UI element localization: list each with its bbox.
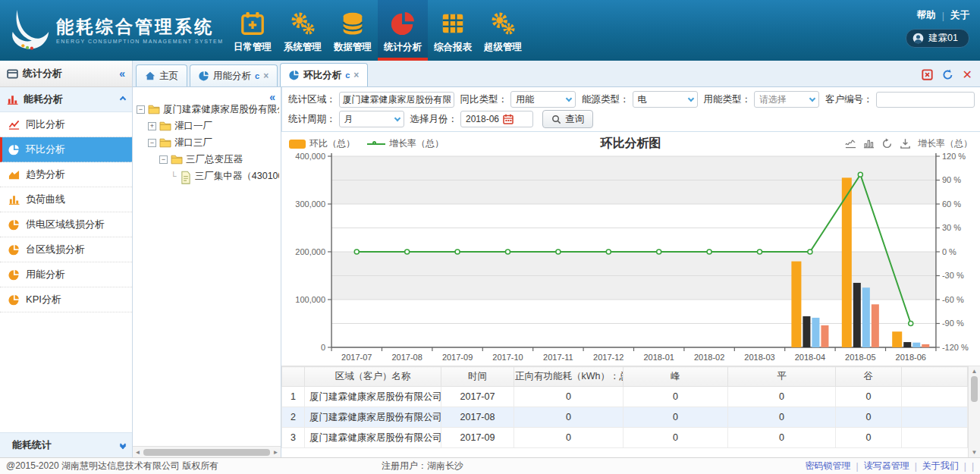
sidebar-item-同比分析[interactable]: 同比分析 (0, 112, 132, 137)
tab-bar: 主页用能分析c×环比分析c× ✕ (133, 61, 980, 87)
tree-expander-collapse[interactable]: − (137, 105, 145, 114)
table-row[interactable]: 3厦门建霖健康家居股份有限公司2017-090000 (282, 428, 968, 448)
toolbox-line-chart-icon[interactable] (845, 138, 856, 149)
top-menu-item-超级管理[interactable]: 超级管理 (478, 0, 528, 61)
top-menu-item-数据管理[interactable]: 数据管理 (328, 0, 378, 61)
sidebar-item-趋势分析[interactable]: 趋势分析 (0, 162, 132, 187)
top-menu-item-日常管理[interactable]: 日常管理 (228, 0, 278, 61)
scroll-thumb[interactable] (971, 376, 978, 402)
usage-type-select[interactable]: 请选择 (754, 91, 819, 108)
sidebar-item-KPI分析[interactable]: KPI分析 (0, 287, 132, 312)
close-tab-boxed-icon[interactable] (922, 69, 933, 80)
sidebar-item-环比分析[interactable]: 环比分析 (0, 137, 132, 162)
folder-icon (159, 121, 171, 131)
tab-refresh-icon[interactable]: c (255, 71, 259, 80)
separator: | (972, 461, 974, 472)
customer-no-input[interactable] (876, 92, 975, 108)
month-picker[interactable]: 2018-06 (460, 111, 533, 127)
tab-用能分析[interactable]: 用能分析c× (190, 64, 278, 86)
table-cell: 0 (623, 387, 728, 407)
toolbox-download-icon[interactable] (900, 138, 911, 149)
tab-refresh-icon[interactable]: c (345, 71, 350, 80)
scroll-thumb[interactable] (143, 449, 270, 456)
svg-text:30 %: 30 % (942, 224, 961, 233)
query-button[interactable]: 查询 (542, 110, 593, 128)
tab-环比分析[interactable]: 环比分析c× (280, 63, 368, 86)
column-header-平[interactable]: 平 (728, 367, 836, 387)
table-cell: 0 (514, 407, 623, 428)
toolbox-bar-chart-icon[interactable] (863, 138, 875, 149)
tab-close-icon[interactable]: × (353, 70, 359, 80)
bottom-section-label: 能耗统计 (12, 438, 52, 452)
comparison-chart[interactable]: 400,000300,000200,000100,0000120 %90 %60… (281, 152, 980, 366)
top-menu-item-统计分析[interactable]: 统计分析 (378, 0, 428, 61)
tree-node-三厂集中器（4301003[interactable]: └三厂集中器（4301003 (137, 168, 279, 184)
footer-link-密码锁管理[interactable]: 密码锁管理 (806, 460, 851, 472)
svg-text:2017-08: 2017-08 (391, 353, 422, 362)
tree-node-厦门建霖健康家居股份有限公司[interactable]: −厦门建霖健康家居股份有限公司 (137, 101, 279, 118)
close-all-icon[interactable]: ✕ (963, 70, 972, 80)
sidebar-item-台区线损分析[interactable]: 台区线损分析 (0, 237, 132, 262)
tree-horizontal-scrollbar[interactable]: ◄ ► (133, 446, 281, 457)
column-header-谷[interactable]: 谷 (836, 367, 902, 387)
region-input[interactable] (339, 92, 454, 108)
table-row[interactable]: 2厦门建霖健康家居股份有限公司2017-080000 (282, 407, 968, 428)
menu-label: 系统管理 (284, 41, 322, 54)
tab-close-icon[interactable]: × (263, 71, 269, 81)
column-header-区域（客户）名称[interactable]: 区域（客户）名称 (305, 367, 441, 387)
legend-item-bar[interactable]: 环比（总） (289, 137, 355, 150)
top-menu-item-系统管理[interactable]: 系统管理 (278, 0, 328, 61)
tree-node-label: 灌口三厂 (174, 137, 212, 149)
toolbox-restore-icon[interactable] (881, 138, 893, 149)
region-label: 统计区域： (288, 93, 336, 106)
period-select[interactable]: 月 (339, 111, 404, 127)
column-header-正向有功能耗（kWh）：总[interactable]: 正向有功能耗（kWh）：总 (514, 367, 623, 387)
separator: | (915, 461, 917, 472)
scroll-right-arrow[interactable]: ► (271, 449, 281, 456)
footer-link-关于我们[interactable]: 关于我们 (922, 460, 959, 472)
table-vertical-scrollbar[interactable]: ▲ ▼ (968, 366, 980, 457)
tree-node-灌口一厂[interactable]: +灌口一厂 (137, 118, 279, 134)
gears-icon (290, 11, 316, 36)
table-row[interactable]: 1厦门建霖健康家居股份有限公司2017-070000 (282, 387, 968, 407)
svg-text:-30 %: -30 % (942, 272, 964, 281)
tree-expander-expand[interactable]: + (148, 122, 156, 130)
energy-type-select[interactable]: 电 (633, 91, 698, 108)
table-cell: 0 (728, 407, 836, 428)
tree-expander-collapse[interactable]: − (148, 139, 156, 147)
user-pill[interactable]: 建霖01 (906, 29, 969, 48)
compare-type-select[interactable]: 用能 (510, 91, 576, 108)
tree-node-灌口三厂[interactable]: −灌口三厂 (137, 134, 279, 151)
app-subtitle: ENERGY CONSUMPTION MANAGEMENT SYSTEM (56, 39, 224, 44)
sidebar-section-energy-analysis[interactable]: 能耗分析 (0, 87, 132, 112)
header-link-关于[interactable]: 关于 (950, 9, 969, 22)
scroll-left-arrow[interactable]: ◄ (133, 449, 143, 456)
legend-bar-label: 环比（总） (309, 137, 355, 150)
tree-expander-collapse[interactable]: − (159, 155, 168, 164)
tree-node-label: 厦门建霖健康家居股份有限公司 (163, 103, 279, 116)
main-row: 统计分析 « 能耗分析 同比分析环比分析趋势分析负荷曲线供电区域线损分析台区线损… (0, 61, 980, 457)
refresh-icon[interactable] (942, 69, 953, 80)
chevron-down-icon (394, 115, 400, 121)
tab-主页[interactable]: 主页 (136, 64, 187, 86)
header-link-帮助[interactable]: 帮助 (917, 9, 936, 22)
column-header-时间[interactable]: 时间 (441, 367, 514, 387)
top-menu-item-综合报表[interactable]: 综合报表 (428, 0, 478, 61)
sidebar-item-用能分析[interactable]: 用能分析 (0, 262, 132, 287)
scroll-up-arrow[interactable]: ▲ (972, 366, 978, 376)
sidebar-section-energy-stats[interactable]: 能耗统计 (0, 432, 132, 457)
row-number: 3 (282, 428, 305, 448)
tree-collapse-icon[interactable]: « (269, 91, 275, 103)
legend-bar-swatch (289, 140, 306, 149)
sidebar-collapse-icon[interactable]: « (119, 67, 125, 80)
menu-label: 日常管理 (234, 41, 272, 54)
sidebar-item-负荷曲线[interactable]: 负荷曲线 (0, 187, 132, 212)
sidebar-item-供电区域线损分析[interactable]: 供电区域线损分析 (0, 212, 132, 237)
column-header-峰[interactable]: 峰 (623, 367, 728, 387)
tree-node-三厂总变压器[interactable]: −三厂总变压器 (137, 151, 279, 168)
svg-text:-120 %: -120 % (942, 343, 969, 352)
scroll-down-arrow[interactable]: ▼ (972, 447, 978, 457)
footer-link-读写器管理[interactable]: 读写器管理 (864, 460, 909, 472)
folder-icon (171, 154, 183, 165)
legend-item-line[interactable]: 增长率（总） (367, 137, 444, 150)
